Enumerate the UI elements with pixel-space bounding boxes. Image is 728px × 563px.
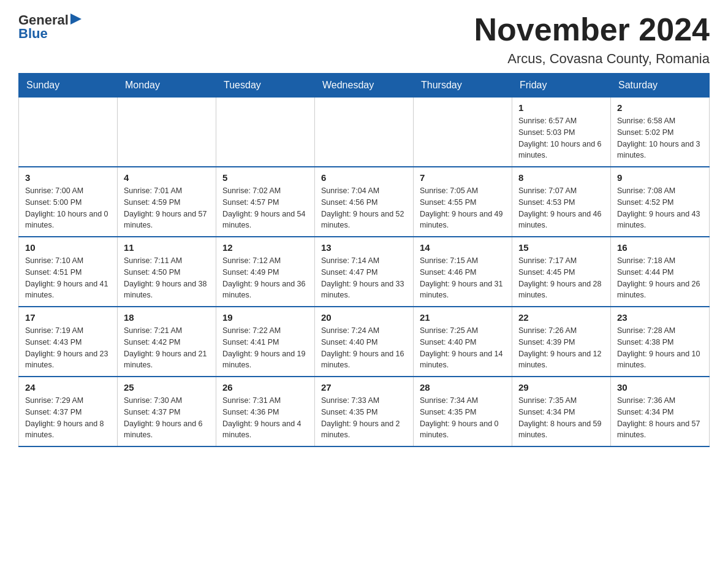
day-info: Sunrise: 7:15 AMSunset: 4:46 PMDaylight:… [420, 255, 506, 301]
day-info: Sunrise: 7:26 AMSunset: 4:39 PMDaylight:… [518, 325, 604, 371]
day-number: 5 [222, 172, 308, 183]
day-number: 30 [617, 382, 703, 393]
day-info: Sunrise: 7:24 AMSunset: 4:40 PMDaylight:… [321, 325, 407, 371]
day-info: Sunrise: 7:36 AMSunset: 4:34 PMDaylight:… [617, 395, 703, 441]
calendar-cell: 18Sunrise: 7:21 AMSunset: 4:42 PMDayligh… [118, 307, 216, 377]
day-number: 25 [124, 382, 210, 393]
calendar-cell: 23Sunrise: 7:28 AMSunset: 4:38 PMDayligh… [611, 307, 710, 377]
weekday-header-sunday: Sunday [19, 74, 118, 98]
day-number: 4 [124, 172, 210, 183]
calendar-cell [414, 98, 512, 167]
calendar-cell [315, 98, 414, 167]
day-number: 27 [321, 382, 407, 393]
day-info: Sunrise: 7:25 AMSunset: 4:40 PMDaylight:… [420, 325, 506, 371]
calendar-cell [118, 98, 216, 167]
calendar-header: SundayMondayTuesdayWednesdayThursdayFrid… [19, 74, 710, 98]
day-number: 26 [222, 382, 308, 393]
day-info: Sunrise: 7:08 AMSunset: 4:52 PMDaylight:… [617, 185, 703, 231]
day-number: 23 [617, 312, 703, 323]
calendar-cell: 25Sunrise: 7:30 AMSunset: 4:37 PMDayligh… [118, 377, 216, 446]
calendar-table: SundayMondayTuesdayWednesdayThursdayFrid… [18, 73, 710, 447]
day-info: Sunrise: 7:33 AMSunset: 4:35 PMDaylight:… [321, 395, 407, 441]
day-info: Sunrise: 7:17 AMSunset: 4:45 PMDaylight:… [518, 255, 604, 301]
day-number: 17 [25, 312, 111, 323]
calendar-cell: 22Sunrise: 7:26 AMSunset: 4:39 PMDayligh… [512, 307, 611, 377]
logo-arrow-icon [70, 13, 82, 25]
svg-marker-0 [70, 13, 82, 25]
day-number: 15 [518, 242, 604, 253]
day-info: Sunrise: 6:58 AMSunset: 5:02 PMDaylight:… [617, 115, 703, 161]
calendar-cell [19, 98, 118, 167]
day-number: 29 [518, 382, 604, 393]
calendar-week-row: 17Sunrise: 7:19 AMSunset: 4:43 PMDayligh… [19, 307, 710, 377]
calendar-cell: 24Sunrise: 7:29 AMSunset: 4:37 PMDayligh… [19, 377, 118, 446]
calendar-cell [216, 98, 315, 167]
logo-area: General Blue [18, 12, 82, 42]
page-subtitle: Arcus, Covasna County, Romania [474, 51, 710, 67]
calendar-cell: 30Sunrise: 7:36 AMSunset: 4:34 PMDayligh… [611, 377, 710, 446]
title-area: November 2024 Arcus, Covasna County, Rom… [474, 12, 710, 67]
day-info: Sunrise: 7:22 AMSunset: 4:41 PMDaylight:… [222, 325, 308, 371]
day-number: 6 [321, 172, 407, 183]
day-number: 9 [617, 172, 703, 183]
day-number: 12 [222, 242, 308, 253]
day-number: 22 [518, 312, 604, 323]
day-number: 8 [518, 172, 604, 183]
day-number: 19 [222, 312, 308, 323]
day-number: 28 [420, 382, 506, 393]
day-info: Sunrise: 7:19 AMSunset: 4:43 PMDaylight:… [25, 325, 111, 371]
page-title: November 2024 [474, 12, 710, 47]
weekday-header-tuesday: Tuesday [216, 74, 315, 98]
day-info: Sunrise: 7:04 AMSunset: 4:56 PMDaylight:… [321, 185, 407, 231]
day-number: 13 [321, 242, 407, 253]
calendar-cell: 13Sunrise: 7:14 AMSunset: 4:47 PMDayligh… [315, 237, 414, 307]
day-number: 21 [420, 312, 506, 323]
day-info: Sunrise: 6:57 AMSunset: 5:03 PMDaylight:… [518, 115, 604, 161]
calendar-cell: 9Sunrise: 7:08 AMSunset: 4:52 PMDaylight… [611, 167, 710, 237]
day-info: Sunrise: 7:12 AMSunset: 4:49 PMDaylight:… [222, 255, 308, 301]
calendar-cell: 21Sunrise: 7:25 AMSunset: 4:40 PMDayligh… [414, 307, 512, 377]
weekday-header-thursday: Thursday [414, 74, 512, 98]
weekday-header-monday: Monday [118, 74, 216, 98]
calendar-cell: 10Sunrise: 7:10 AMSunset: 4:51 PMDayligh… [19, 237, 118, 307]
header: General Blue November 2024 Arcus, Covasn… [18, 12, 710, 67]
day-info: Sunrise: 7:14 AMSunset: 4:47 PMDaylight:… [321, 255, 407, 301]
weekday-header-friday: Friday [512, 74, 611, 98]
day-number: 2 [617, 102, 703, 113]
calendar-body: 1Sunrise: 6:57 AMSunset: 5:03 PMDaylight… [19, 98, 710, 447]
day-number: 18 [124, 312, 210, 323]
day-number: 10 [25, 242, 111, 253]
calendar-cell: 15Sunrise: 7:17 AMSunset: 4:45 PMDayligh… [512, 237, 611, 307]
day-info: Sunrise: 7:34 AMSunset: 4:35 PMDaylight:… [420, 395, 506, 441]
calendar-cell: 2Sunrise: 6:58 AMSunset: 5:02 PMDaylight… [611, 98, 710, 167]
day-number: 3 [25, 172, 111, 183]
calendar-cell: 5Sunrise: 7:02 AMSunset: 4:57 PMDaylight… [216, 167, 315, 237]
calendar-cell: 12Sunrise: 7:12 AMSunset: 4:49 PMDayligh… [216, 237, 315, 307]
day-info: Sunrise: 7:21 AMSunset: 4:42 PMDaylight:… [124, 325, 210, 371]
calendar-cell: 7Sunrise: 7:05 AMSunset: 4:55 PMDaylight… [414, 167, 512, 237]
weekday-header-wednesday: Wednesday [315, 74, 414, 98]
day-info: Sunrise: 7:10 AMSunset: 4:51 PMDaylight:… [25, 255, 111, 301]
calendar-cell: 8Sunrise: 7:07 AMSunset: 4:53 PMDaylight… [512, 167, 611, 237]
day-info: Sunrise: 7:35 AMSunset: 4:34 PMDaylight:… [518, 395, 604, 441]
day-info: Sunrise: 7:05 AMSunset: 4:55 PMDaylight:… [420, 185, 506, 231]
day-info: Sunrise: 7:11 AMSunset: 4:50 PMDaylight:… [124, 255, 210, 301]
day-number: 7 [420, 172, 506, 183]
day-info: Sunrise: 7:00 AMSunset: 5:00 PMDaylight:… [25, 185, 111, 231]
day-number: 11 [124, 242, 210, 253]
day-info: Sunrise: 7:01 AMSunset: 4:59 PMDaylight:… [124, 185, 210, 231]
calendar-week-row: 10Sunrise: 7:10 AMSunset: 4:51 PMDayligh… [19, 237, 710, 307]
calendar-cell: 14Sunrise: 7:15 AMSunset: 4:46 PMDayligh… [414, 237, 512, 307]
day-info: Sunrise: 7:31 AMSunset: 4:36 PMDaylight:… [222, 395, 308, 441]
day-number: 14 [420, 242, 506, 253]
day-number: 20 [321, 312, 407, 323]
calendar-cell: 19Sunrise: 7:22 AMSunset: 4:41 PMDayligh… [216, 307, 315, 377]
day-number: 1 [518, 102, 604, 113]
calendar-cell: 27Sunrise: 7:33 AMSunset: 4:35 PMDayligh… [315, 377, 414, 446]
day-number: 24 [25, 382, 111, 393]
calendar-cell: 16Sunrise: 7:18 AMSunset: 4:44 PMDayligh… [611, 237, 710, 307]
day-number: 16 [617, 242, 703, 253]
calendar-cell: 11Sunrise: 7:11 AMSunset: 4:50 PMDayligh… [118, 237, 216, 307]
calendar-cell: 29Sunrise: 7:35 AMSunset: 4:34 PMDayligh… [512, 377, 611, 446]
weekday-header-saturday: Saturday [611, 74, 710, 98]
